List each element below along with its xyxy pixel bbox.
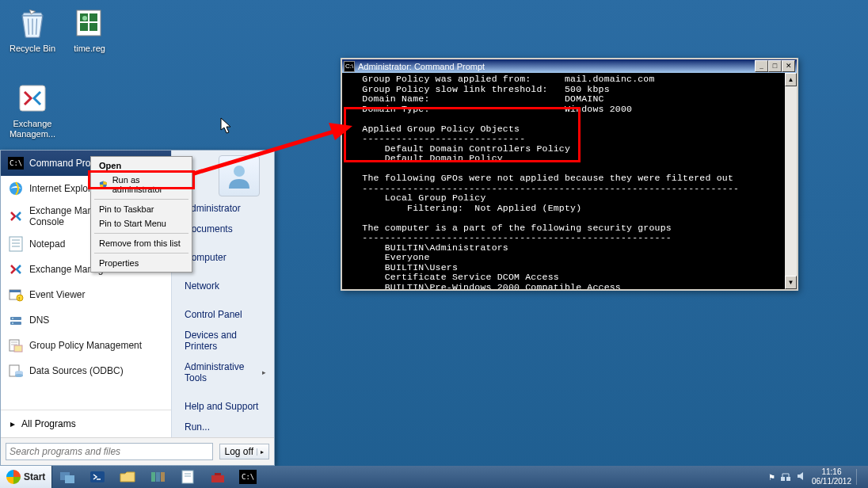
tray-sound-icon[interactable]: [796, 471, 807, 483]
taskbar-powershell-icon[interactable]: [82, 466, 112, 488]
right-item-controlpanel[interactable]: Control Panel: [172, 304, 274, 325]
ctx-properties[interactable]: Properties: [93, 256, 190, 270]
ctx-pin-start[interactable]: Pin to Start Menu: [93, 216, 190, 231]
all-programs-arrow-icon: ▸: [10, 418, 15, 429]
cmd-body[interactable]: Group Policy was applied from: mail.doma…: [342, 73, 797, 289]
odbc-icon: [7, 362, 25, 379]
start-menu-search-row: Log off ▸: [1, 437, 274, 465]
logoff-dropdown-icon[interactable]: ▸: [257, 448, 264, 456]
exchange-label: Exchange Managem...: [5, 119, 60, 139]
start-button[interactable]: Start: [0, 466, 52, 488]
svg-rect-36: [151, 472, 155, 482]
svg-rect-46: [781, 477, 785, 481]
maximize-button[interactable]: □: [768, 60, 782, 72]
taskbar-notepad-icon[interactable]: [173, 466, 203, 488]
submenu-arrow-icon: ▸: [262, 368, 266, 376]
pinned-label: DNS: [29, 315, 49, 326]
ctx-label: Properties: [99, 258, 139, 268]
ctx-remove[interactable]: Remove from this list: [93, 236, 190, 250]
ctx-pin-taskbar[interactable]: Pin to Taskbar: [93, 202, 190, 216]
right-item-devices[interactable]: Devices and Printers: [172, 325, 274, 356]
ctx-open[interactable]: Open: [93, 158, 190, 173]
ctx-label: Pin to Start Menu: [99, 219, 166, 228]
context-menu: Open Run as administrator Pin to Taskbar…: [90, 156, 192, 273]
right-label: Administrator: [185, 203, 241, 214]
cmd-icon: C:\: [7, 154, 25, 172]
exchange-shell-icon: [7, 261, 25, 278]
svg-rect-47: [786, 477, 790, 481]
cmd-titlebar-icon: C:\: [344, 61, 355, 72]
svg-text:C:\: C:\: [10, 159, 22, 167]
timereg-file-icon[interactable]: time.reg: [62, 4, 117, 54]
ctx-separator: [94, 253, 188, 254]
svg-rect-4: [89, 23, 97, 31]
clock-date: 06/11/2012: [812, 477, 851, 486]
svg-rect-16: [10, 290, 21, 292]
pinned-item-odbc[interactable]: Data Sources (ODBC): [1, 358, 171, 383]
scroll-up-button[interactable]: ▲: [785, 73, 797, 86]
taskbar-server-manager-icon[interactable]: [52, 466, 82, 488]
right-label: Help and Support: [185, 401, 258, 412]
right-label: Devices and Printers: [185, 330, 266, 352]
ctx-label: Open: [99, 161, 121, 170]
recycle-bin-label: Recycle Bin: [5, 44, 60, 54]
minimize-button[interactable]: _: [755, 60, 768, 72]
shield-icon: [99, 180, 108, 189]
pinned-item-gpo[interactable]: Group Policy Management: [1, 333, 171, 358]
ctx-separator: [94, 199, 188, 200]
taskbar-libraries-icon[interactable]: [143, 466, 173, 488]
user-avatar[interactable]: [219, 155, 260, 196]
notepad-icon: [7, 235, 25, 253]
event-viewer-icon: !: [7, 286, 25, 303]
logoff-button[interactable]: Log off ▸: [219, 444, 269, 459]
ctx-run-as-admin[interactable]: Run as administrator: [93, 173, 190, 196]
close-button[interactable]: ✕: [782, 60, 795, 72]
svg-point-5: [82, 16, 87, 21]
right-label: Run...: [185, 421, 210, 433]
right-label: Control Panel: [185, 309, 242, 320]
svg-rect-39: [182, 471, 193, 483]
taskbar-explorer-icon[interactable]: [112, 466, 143, 488]
cmd-titlebar[interactable]: C:\ Administrator: Command Prompt _ □ ✕: [342, 59, 797, 73]
svg-rect-11: [10, 237, 22, 251]
right-label: Administrative Tools: [185, 361, 262, 383]
start-label: Start: [24, 471, 45, 482]
right-item-run[interactable]: Run...: [172, 417, 274, 437]
all-programs-button[interactable]: ▸ All Programs: [1, 410, 171, 437]
svg-point-10: [10, 182, 22, 195]
scroll-track[interactable]: [785, 86, 797, 276]
exchange-icon: [7, 208, 25, 225]
svg-rect-38: [161, 472, 165, 482]
ctx-label: Run as administrator: [112, 175, 184, 194]
tray-network-icon[interactable]: [780, 471, 791, 483]
exchange-console-icon[interactable]: Exchange Managem...: [5, 79, 60, 139]
taskbar-toolbox-icon[interactable]: [203, 466, 233, 488]
pinned-item-event-viewer[interactable]: ! Event Viewer: [1, 282, 171, 307]
scroll-down-button[interactable]: ▼: [785, 276, 797, 289]
command-prompt-window: C:\ Administrator: Command Prompt _ □ ✕ …: [341, 58, 798, 291]
ie-icon: [7, 180, 25, 197]
right-item-network[interactable]: Network: [172, 276, 274, 296]
cmd-title: Administrator: Command Prompt: [358, 62, 485, 71]
taskbar-clock[interactable]: 11:16 06/11/2012: [812, 467, 851, 486]
taskbar-cmd-icon[interactable]: C:\: [233, 466, 263, 488]
cmd-output: Group Policy was applied from: mail.doma…: [342, 73, 797, 289]
recycle-bin-icon[interactable]: Recycle Bin: [5, 4, 60, 54]
svg-point-30: [15, 374, 23, 377]
show-desktop-button[interactable]: [856, 469, 863, 485]
svg-rect-37: [156, 472, 160, 482]
pinned-item-dns[interactable]: DNS: [1, 307, 171, 333]
clock-time: 11:16: [812, 467, 851, 477]
desktop: Recycle Bin time.reg Exchange Managem...…: [0, 0, 868, 488]
timereg-label: time.reg: [62, 44, 117, 54]
right-item-help[interactable]: Help and Support: [172, 396, 274, 417]
search-input[interactable]: [6, 443, 213, 460]
cursor-icon: [220, 117, 233, 135]
tray-flag-icon[interactable]: ⚑: [768, 473, 775, 482]
svg-rect-26: [14, 345, 22, 352]
logoff-label: Log off: [225, 446, 253, 457]
right-item-admintools[interactable]: Administrative Tools▸: [172, 356, 274, 388]
cmd-scrollbar[interactable]: ▲ ▼: [785, 73, 797, 289]
pinned-label: Notepad: [29, 238, 65, 250]
gpo-icon: [7, 337, 25, 354]
